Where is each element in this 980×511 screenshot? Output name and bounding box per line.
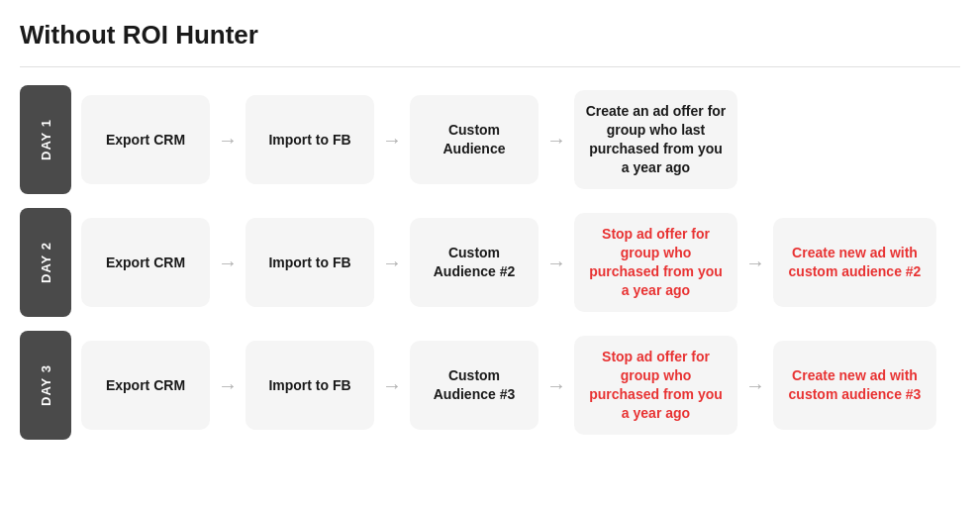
card-2-4: Stop ad offer for group who purchased fr…: [574, 213, 737, 312]
card-1-2: Import to FB: [245, 95, 374, 184]
day-label-2: DAY 2: [20, 208, 71, 317]
card-text-2-3: Custom Audience #2: [420, 244, 529, 281]
row-1: DAY 1Export CRM→Import to FB→Custom Audi…: [20, 85, 960, 194]
card-1-3: Custom Audience: [410, 95, 539, 184]
card-2-1: Export CRM: [81, 218, 210, 307]
diagram-container: DAY 1Export CRM→Import to FB→Custom Audi…: [20, 85, 960, 440]
arrow-1-2: →: [374, 129, 410, 152]
card-text-3-4: Stop ad offer for group who purchased fr…: [584, 348, 728, 423]
card-1-1: Export CRM: [81, 95, 210, 184]
arrow-3-3: →: [539, 374, 574, 397]
card-2-2: Import to FB: [245, 218, 374, 307]
card-3-4: Stop ad offer for group who purchased fr…: [574, 336, 737, 435]
card-text-3-5: Create new ad with custom audience #3: [783, 366, 927, 404]
arrow-2-4: →: [737, 252, 773, 274]
page-title: Without ROI Hunter: [20, 20, 960, 51]
row-3: DAY 3Export CRM→Import to FB→Custom Audi…: [20, 331, 960, 440]
row-2: DAY 2Export CRM→Import to FB→Custom Audi…: [20, 208, 960, 317]
card-text-1-2: Import to FB: [268, 131, 350, 150]
card-text-1-3: Custom Audience: [420, 121, 529, 158]
card-3-2: Import to FB: [245, 341, 374, 430]
card-text-2-4: Stop ad offer for group who purchased fr…: [584, 225, 728, 300]
arrow-1-1: →: [210, 129, 245, 152]
card-text-2-2: Import to FB: [268, 254, 350, 272]
card-1-4: Create an ad offer for group who last pu…: [574, 90, 737, 189]
arrow-3-2: →: [374, 374, 410, 397]
day-label-1: DAY 1: [20, 85, 71, 194]
arrow-3-1: →: [210, 374, 245, 397]
card-3-5: Create new ad with custom audience #3: [773, 341, 936, 430]
day-label-3: DAY 3: [20, 331, 71, 440]
card-2-5: Create new ad with custom audience #2: [773, 218, 936, 307]
arrow-2-3: →: [539, 252, 574, 274]
card-2-3: Custom Audience #2: [410, 218, 539, 307]
card-3-3: Custom Audience #3: [410, 341, 539, 430]
arrow-3-4: →: [737, 374, 773, 397]
card-text-3-3: Custom Audience #3: [420, 366, 529, 404]
arrow-2-2: →: [374, 252, 410, 274]
title-divider: [20, 66, 960, 67]
card-text-3-2: Import to FB: [268, 376, 350, 395]
arrow-1-3: →: [539, 129, 574, 152]
card-text-2-1: Export CRM: [106, 254, 185, 272]
card-text-1-4: Create an ad offer for group who last pu…: [584, 102, 728, 177]
card-text-3-1: Export CRM: [106, 376, 185, 395]
arrow-2-1: →: [210, 252, 245, 274]
card-text-1-1: Export CRM: [106, 131, 185, 150]
card-3-1: Export CRM: [81, 341, 210, 430]
card-text-2-5: Create new ad with custom audience #2: [783, 244, 927, 281]
